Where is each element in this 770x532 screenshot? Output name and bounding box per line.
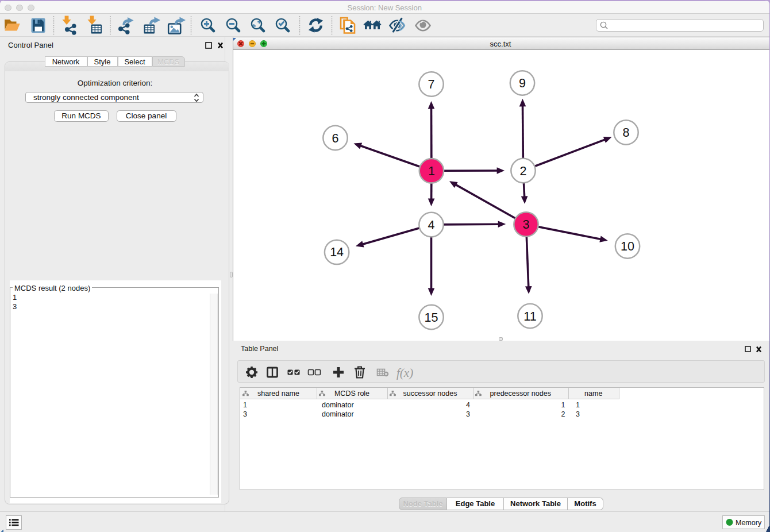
svg-text:f(x): f(x) bbox=[396, 366, 413, 380]
svg-text:Memory: Memory bbox=[736, 519, 762, 527]
